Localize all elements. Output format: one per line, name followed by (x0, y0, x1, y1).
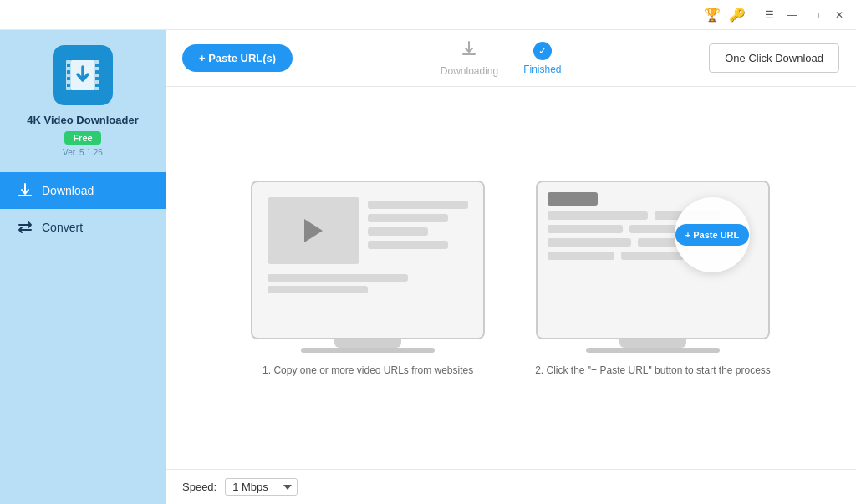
step2-caption: 2. Click the "+ Paste URL" button to sta… (535, 364, 771, 376)
svg-rect-2 (67, 70, 70, 74)
free-badge: Free (64, 131, 100, 145)
title-bar: 🏆 🔑 ☰ — □ ✕ (0, 0, 856, 30)
laptop-base-2 (586, 348, 720, 353)
s2-row-left (548, 252, 614, 260)
maximize-button[interactable]: □ (806, 5, 826, 25)
downloading-icon (460, 39, 478, 62)
svg-rect-4 (67, 84, 70, 87)
s2-row-left (548, 238, 631, 247)
download-nav-label: Download (42, 184, 94, 197)
text-line (368, 227, 428, 236)
laptop-base-1 (301, 348, 435, 353)
laptop-stand-1 (334, 339, 401, 348)
tab-downloading[interactable]: Downloading (441, 39, 498, 77)
svg-rect-3 (67, 77, 70, 80)
bottom-bar: Speed: 1 Mbps 0.5 Mbps 2 Mbps 5 Mbps Unl… (166, 469, 856, 504)
s2-header-bar (548, 192, 598, 206)
main-content: 1. Copy one or more video URLs from webs… (166, 87, 856, 469)
speed-select[interactable]: 1 Mbps 0.5 Mbps 2 Mbps 5 Mbps Unlimited (225, 478, 298, 496)
screen-1 (251, 181, 485, 339)
app-name: 4K Video Downloader (27, 114, 138, 126)
play-button-icon (304, 219, 323, 242)
svg-rect-1 (67, 64, 70, 67)
svg-rect-9 (95, 84, 99, 87)
main-layout: 4K Video Downloader Free Ver. 5.1.26 Dow… (0, 30, 856, 504)
screen1-content (252, 182, 483, 338)
finished-label: Finished (523, 64, 561, 75)
laptop-frame-1 (251, 181, 485, 353)
top-bar: + Paste URL(s) Downloading ✓ Finished (166, 30, 856, 87)
minimize-button[interactable]: — (782, 5, 802, 25)
download-nav-icon (17, 182, 33, 199)
paste-url-button[interactable]: + Paste URL(s) (182, 44, 293, 72)
version-text: Ver. 5.1.26 (63, 148, 103, 157)
screen2-content: + Paste URL (538, 182, 768, 338)
sidebar: 4K Video Downloader Free Ver. 5.1.26 Dow… (0, 30, 166, 504)
svg-rect-8 (95, 77, 99, 80)
text-lines-1 (368, 197, 468, 249)
screen1-bottom (268, 274, 468, 293)
sidebar-item-download[interactable]: Download (0, 172, 166, 209)
title-bar-icons: 🏆 🔑 ☰ — □ ✕ (704, 5, 849, 25)
s2-row-right (621, 252, 684, 260)
tab-finished[interactable]: ✓ Finished (523, 42, 561, 75)
tab-group: Downloading ✓ Finished (309, 39, 692, 77)
laptop-frame-2: + Paste URL (536, 181, 770, 353)
convert-nav-label: Convert (42, 221, 83, 234)
screen1-top (268, 197, 468, 264)
paste-url-mini-button[interactable]: + Paste URL (675, 224, 750, 246)
bottom-line (268, 286, 368, 293)
video-play-area (268, 197, 359, 264)
one-click-download-button[interactable]: One Click Download (709, 43, 839, 73)
text-line (368, 241, 448, 249)
svg-rect-7 (95, 70, 99, 74)
paste-url-circle: + Paste URL (675, 197, 750, 272)
speed-label: Speed: (182, 481, 217, 493)
menu-button[interactable]: ☰ (759, 5, 779, 25)
key-icon[interactable]: 🔑 (729, 7, 746, 23)
convert-nav-icon (17, 219, 33, 236)
content-area: + Paste URL(s) Downloading ✓ Finished (166, 30, 856, 504)
close-button[interactable]: ✕ (829, 5, 849, 25)
screen-2: + Paste URL (536, 181, 770, 339)
s2-row-left (548, 225, 623, 233)
s2-row-left (548, 211, 648, 220)
laptop-stand-2 (619, 339, 686, 348)
text-line (368, 214, 448, 222)
step1-caption: 1. Copy one or more video URLs from webs… (262, 364, 473, 376)
bottom-line (268, 274, 408, 282)
downloading-label: Downloading (441, 65, 498, 77)
svg-rect-6 (95, 64, 99, 67)
app-logo (53, 45, 113, 105)
illustration-step1: 1. Copy one or more video URLs from webs… (251, 181, 485, 376)
finished-check-icon: ✓ (533, 42, 552, 60)
window-controls: ☰ — □ ✕ (759, 5, 849, 25)
sidebar-item-convert[interactable]: Convert (0, 209, 166, 246)
trophy-icon[interactable]: 🏆 (704, 7, 721, 23)
illustration-step2: + Paste URL 2. Click the "+ Paste URL" b… (535, 181, 771, 376)
text-line (368, 201, 468, 209)
